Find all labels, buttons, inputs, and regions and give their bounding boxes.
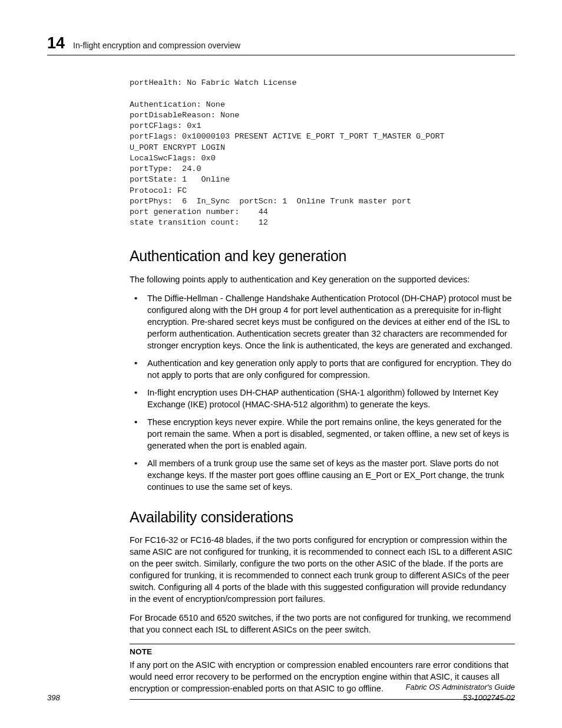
footer-right: Fabric OS Administrator's Guide 53-10027… xyxy=(405,682,515,703)
doc-number: 53-1002745-02 xyxy=(405,693,515,703)
content-area: portHealth: No Fabric Watch License Auth… xyxy=(130,78,515,700)
list-item: In-flight encryption uses DH-CHAP authen… xyxy=(130,387,515,410)
page-number: 398 xyxy=(47,693,60,703)
page: 14 In-flight encryption and compression … xyxy=(0,0,562,728)
section-intro: The following points apply to authentica… xyxy=(130,274,515,285)
note-label: NOTE xyxy=(130,647,515,658)
code-block: portHealth: No Fabric Watch License Auth… xyxy=(130,78,515,228)
chapter-title: In-flight encryption and compression ove… xyxy=(73,40,240,51)
section-heading-auth: Authentication and key generation xyxy=(130,246,515,266)
list-item: Authentication and key generation only a… xyxy=(130,357,515,381)
page-header: 14 In-flight encryption and compression … xyxy=(47,35,515,55)
body-paragraph: For Brocade 6510 and 6520 switches, if t… xyxy=(130,612,515,635)
book-title: Fabric OS Administrator's Guide xyxy=(405,682,515,693)
bullet-list-auth: The Diffie-Hellman - Challenge Handshake… xyxy=(130,292,515,493)
section-heading-avail: Availability considerations xyxy=(130,507,515,528)
list-item: The Diffie-Hellman - Challenge Handshake… xyxy=(130,292,515,351)
list-item: These encryption keys never expire. Whil… xyxy=(130,416,515,452)
body-paragraph: For FC16-32 or FC16-48 blades, if the tw… xyxy=(130,534,515,605)
chapter-number: 14 xyxy=(47,35,65,51)
list-item: All members of a trunk group use the sam… xyxy=(130,457,515,493)
page-footer: 398 Fabric OS Administrator's Guide 53-1… xyxy=(47,682,515,703)
